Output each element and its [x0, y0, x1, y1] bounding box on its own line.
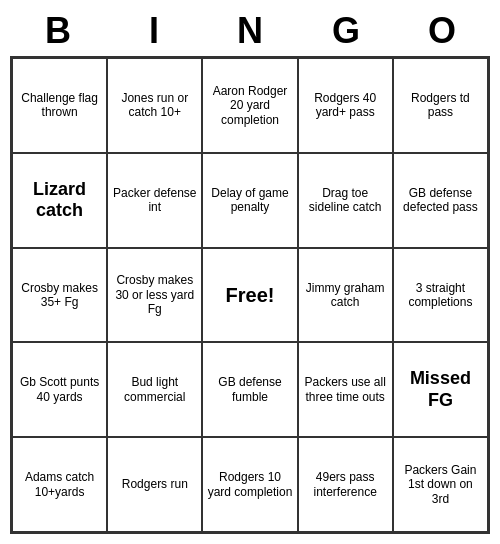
cell-text-22: Rodgers 10 yard completion	[207, 470, 292, 499]
cell-text-13: Jimmy graham catch	[303, 281, 388, 310]
cell-text-10: Crosby makes 35+ Fg	[17, 281, 102, 310]
cell-text-6: Packer defense int	[112, 186, 197, 215]
bingo-cell-0: Challenge flag thrown	[12, 58, 107, 153]
cell-text-12: Free!	[226, 283, 275, 307]
bingo-cell-19: Missed FG	[393, 342, 488, 437]
cell-text-21: Rodgers run	[122, 477, 188, 491]
bingo-cell-21: Rodgers run	[107, 437, 202, 532]
cell-text-8: Drag toe sideline catch	[303, 186, 388, 215]
bingo-cell-13: Jimmy graham catch	[298, 248, 393, 343]
bingo-letter-n: N	[202, 10, 298, 52]
bingo-letter-i: I	[106, 10, 202, 52]
cell-text-5: Lizard catch	[17, 179, 102, 222]
cell-text-24: Packers Gain 1st down on 3rd	[398, 463, 483, 506]
cell-text-18: Packers use all three time outs	[303, 375, 388, 404]
cell-text-15: Gb Scott punts 40 yards	[17, 375, 102, 404]
bingo-cell-1: Jones run or catch 10+	[107, 58, 202, 153]
cell-text-0: Challenge flag thrown	[17, 91, 102, 120]
bingo-cell-4: Rodgers td pass	[393, 58, 488, 153]
bingo-cell-15: Gb Scott punts 40 yards	[12, 342, 107, 437]
bingo-grid: Challenge flag thrownJones run or catch …	[10, 56, 490, 534]
bingo-letter-o: O	[394, 10, 490, 52]
bingo-cell-2: Aaron Rodger 20 yard completion	[202, 58, 297, 153]
bingo-cell-10: Crosby makes 35+ Fg	[12, 248, 107, 343]
bingo-cell-14: 3 straight completions	[393, 248, 488, 343]
bingo-cell-5: Lizard catch	[12, 153, 107, 248]
bingo-cell-7: Delay of game penalty	[202, 153, 297, 248]
bingo-cell-12: Free!	[202, 248, 297, 343]
bingo-cell-9: GB defense defected pass	[393, 153, 488, 248]
cell-text-19: Missed FG	[398, 368, 483, 411]
cell-text-17: GB defense fumble	[207, 375, 292, 404]
bingo-cell-11: Crosby makes 30 or less yard Fg	[107, 248, 202, 343]
bingo-cell-6: Packer defense int	[107, 153, 202, 248]
cell-text-2: Aaron Rodger 20 yard completion	[207, 84, 292, 127]
bingo-cell-17: GB defense fumble	[202, 342, 297, 437]
bingo-letter-g: G	[298, 10, 394, 52]
cell-text-16: Bud light commercial	[112, 375, 197, 404]
cell-text-9: GB defense defected pass	[398, 186, 483, 215]
bingo-cell-22: Rodgers 10 yard completion	[202, 437, 297, 532]
bingo-cell-23: 49ers pass interference	[298, 437, 393, 532]
cell-text-23: 49ers pass interference	[303, 470, 388, 499]
cell-text-7: Delay of game penalty	[207, 186, 292, 215]
bingo-cell-18: Packers use all three time outs	[298, 342, 393, 437]
bingo-letter-b: B	[10, 10, 106, 52]
bingo-cell-24: Packers Gain 1st down on 3rd	[393, 437, 488, 532]
bingo-cell-3: Rodgers 40 yard+ pass	[298, 58, 393, 153]
cell-text-14: 3 straight completions	[398, 281, 483, 310]
bingo-title: BINGO	[10, 10, 490, 52]
cell-text-11: Crosby makes 30 or less yard Fg	[112, 273, 197, 316]
bingo-cell-16: Bud light commercial	[107, 342, 202, 437]
bingo-cell-8: Drag toe sideline catch	[298, 153, 393, 248]
cell-text-1: Jones run or catch 10+	[112, 91, 197, 120]
cell-text-20: Adams catch 10+yards	[17, 470, 102, 499]
cell-text-4: Rodgers td pass	[398, 91, 483, 120]
cell-text-3: Rodgers 40 yard+ pass	[303, 91, 388, 120]
bingo-cell-20: Adams catch 10+yards	[12, 437, 107, 532]
